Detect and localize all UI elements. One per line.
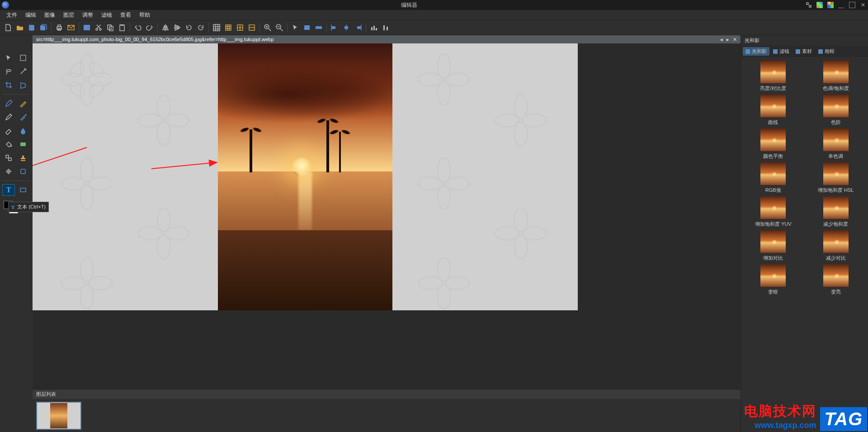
effect-rgb[interactable]: RGB值	[743, 162, 804, 194]
effect-decrease-contrast[interactable]: 减少对比	[806, 230, 867, 261]
tool-brush[interactable]	[17, 98, 29, 109]
svg-rect-1	[809, 5, 811, 7]
svg-point-70	[446, 177, 470, 190]
cut-button[interactable]	[93, 22, 104, 33]
grid-button[interactable]	[211, 22, 222, 33]
svg-rect-30	[6, 155, 9, 158]
svg-rect-29	[20, 142, 26, 146]
effect-curves[interactable]: 曲线	[743, 95, 804, 126]
undo-button[interactable]	[132, 22, 143, 33]
effect-decrease-sat[interactable]: 减少饱和度	[806, 196, 867, 228]
zoom-out-button[interactable]	[274, 22, 285, 33]
svg-point-78	[446, 277, 470, 290]
tab-close-icon[interactable]: ✕	[733, 37, 737, 43]
chart-bar-button[interactable]	[368, 22, 379, 33]
save-button[interactable]	[26, 22, 37, 33]
select-rect-button[interactable]	[302, 22, 312, 33]
email-button[interactable]	[66, 22, 76, 33]
tab-next-icon[interactable]: ▸	[726, 37, 729, 43]
tool-text[interactable]: T	[3, 185, 14, 195]
grid-icon[interactable]	[827, 2, 834, 8]
canvas-area[interactable]	[33, 43, 741, 389]
effect-levels[interactable]: 色阶	[806, 95, 867, 126]
svg-point-67	[438, 158, 451, 182]
copy-button[interactable]	[105, 22, 116, 33]
layer-thumbnail[interactable]	[36, 402, 81, 430]
image-button[interactable]	[81, 22, 92, 33]
grid-remove-button[interactable]	[246, 22, 257, 33]
effect-darken[interactable]: 变暗	[743, 264, 804, 295]
tool-pen[interactable]	[3, 98, 14, 109]
fullscreen-icon[interactable]	[806, 2, 812, 8]
tab-filter[interactable]: 滤镜	[770, 47, 792, 56]
paste-button[interactable]	[117, 22, 127, 33]
menu-filter[interactable]: 滤镜	[98, 10, 116, 20]
close-button[interactable]: ✕	[860, 2, 866, 8]
select-wide-button[interactable]	[313, 22, 324, 33]
tool-shape[interactable]	[17, 185, 29, 195]
effect-increase-contrast[interactable]: 增加对比	[743, 230, 804, 261]
tool-clone[interactable]	[3, 152, 14, 163]
tool-pencil[interactable]	[3, 112, 14, 123]
maximize-button[interactable]	[849, 2, 855, 8]
palette-icon[interactable]	[816, 2, 823, 8]
tool-marquee[interactable]	[17, 52, 29, 63]
tool-stamp[interactable]	[17, 152, 29, 163]
effect-brightness-contrast[interactable]: 亮度/对比度	[743, 61, 804, 92]
svg-rect-27	[20, 55, 26, 61]
effect-increase-sat-yuv[interactable]: 增加饱和度 YUV	[743, 196, 804, 228]
svg-point-35	[80, 54, 94, 78]
menu-help[interactable]: 帮助	[136, 10, 154, 20]
align-right-button[interactable]	[353, 22, 363, 33]
tool-move[interactable]	[3, 52, 14, 63]
zoom-in-button[interactable]	[262, 22, 273, 33]
tool-lasso[interactable]	[3, 66, 14, 77]
tool-eraser[interactable]	[3, 125, 14, 136]
menu-image[interactable]: 图像	[41, 10, 59, 20]
menu-file[interactable]: 文件	[3, 10, 21, 20]
effect-lighten[interactable]: 变亮	[806, 264, 867, 295]
align-left-button[interactable]	[329, 22, 340, 33]
chart-col-button[interactable]	[380, 22, 391, 33]
save-all-button[interactable]	[38, 22, 49, 33]
effect-hue-saturation[interactable]: 色调/饱和度	[806, 61, 867, 92]
tool-patch[interactable]	[17, 166, 29, 177]
svg-rect-0	[807, 3, 808, 5]
tab-prev-icon[interactable]: ◂	[720, 37, 723, 43]
tool-eyedropper[interactable]	[17, 112, 29, 123]
tab-light-shadow[interactable]: 光和影	[743, 47, 769, 56]
effect-increase-sat-hsl[interactable]: 增加饱和度 HSL	[806, 162, 867, 194]
tool-heal[interactable]	[3, 166, 14, 177]
menu-edit[interactable]: 编辑	[22, 10, 40, 20]
tool-bucket[interactable]	[3, 139, 14, 150]
tool-perspective-crop[interactable]	[17, 80, 29, 90]
print-button[interactable]	[54, 22, 65, 33]
effect-color-balance[interactable]: 颜色平衡	[743, 128, 804, 160]
align-center-button[interactable]	[341, 22, 352, 33]
svg-rect-33	[21, 169, 25, 174]
minimize-button[interactable]	[838, 2, 844, 8]
rotate-left-button[interactable]	[184, 22, 194, 33]
tool-wand[interactable]	[17, 66, 29, 77]
grid-add-button[interactable]	[235, 22, 245, 33]
effect-monotone[interactable]: 单色调	[806, 128, 867, 160]
tool-blur[interactable]	[17, 125, 29, 136]
menu-view[interactable]: 查看	[117, 10, 135, 20]
open-folder-button[interactable]	[14, 22, 25, 33]
tab-frame[interactable]: 相框	[816, 47, 837, 56]
tool-gradient[interactable]	[17, 139, 29, 150]
grid-dense-button[interactable]	[223, 22, 234, 33]
redo-button[interactable]	[144, 22, 155, 33]
tab-material[interactable]: 素材	[793, 47, 815, 56]
menu-layer[interactable]: 图层	[60, 10, 78, 20]
document-tab[interactable]: src=http___img.tukuppt.com_photo-big_00_…	[36, 37, 274, 42]
rotate-right-button[interactable]	[195, 22, 206, 33]
svg-point-61	[419, 73, 443, 86]
pointer-button[interactable]	[290, 22, 301, 33]
new-file-button[interactable]	[3, 22, 14, 33]
flip-vertical-button[interactable]	[172, 22, 183, 33]
tool-crop[interactable]	[3, 80, 14, 90]
menu-adjust[interactable]: 调整	[79, 10, 97, 20]
flip-horizontal-button[interactable]	[160, 22, 171, 33]
canvas[interactable]	[33, 43, 578, 310]
